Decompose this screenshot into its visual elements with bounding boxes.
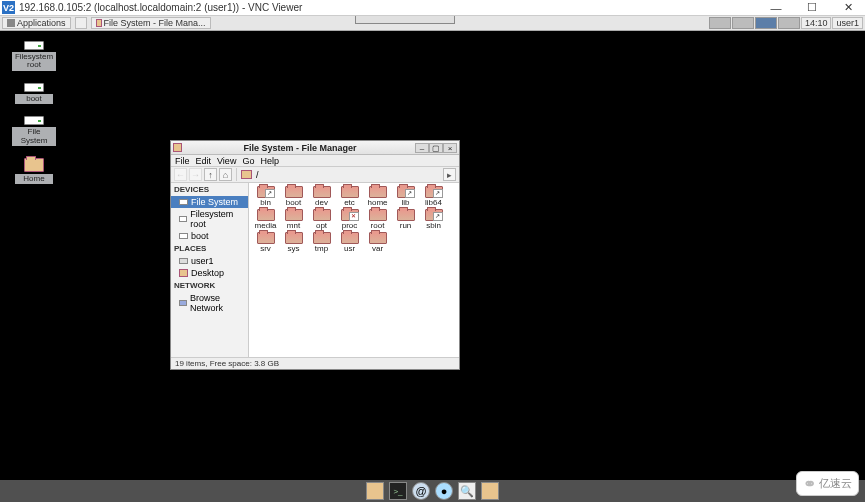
folder-label: media — [255, 222, 277, 230]
sidebar-item-fsroot[interactable]: Filesystem root — [171, 208, 248, 230]
folder-label: etc — [344, 199, 355, 207]
vnc-maximize-button[interactable]: ☐ — [801, 1, 823, 15]
folder-label: usr — [344, 245, 355, 253]
folder-item-srv[interactable]: srv — [252, 232, 279, 253]
fm-titlebar[interactable]: File System - File Manager – ▢ × — [171, 141, 459, 155]
workspace-2[interactable] — [732, 17, 754, 29]
disk-icon — [179, 216, 187, 222]
fm-menu-go[interactable]: Go — [242, 156, 254, 166]
folder-item-var[interactable]: var — [364, 232, 391, 253]
fm-forward-button[interactable]: → — [189, 168, 202, 181]
folder-icon — [397, 186, 415, 198]
remote-taskbar: Applications File System - File Mana... … — [0, 16, 865, 31]
folder-item-sbin[interactable]: sbin — [420, 209, 447, 230]
fm-content-area[interactable]: binbootdevetchomeliblib64mediamntoptproc… — [249, 183, 459, 357]
network-icon — [179, 300, 187, 306]
folder-item-bin[interactable]: bin — [252, 186, 279, 207]
taskbar-clock[interactable]: 14:10 — [801, 17, 832, 29]
taskbar-task-label: File System - File Mana... — [104, 18, 206, 28]
taskbar-user[interactable]: user1 — [832, 17, 863, 29]
taskbar-filemanager-task[interactable]: File System - File Mana... — [91, 17, 211, 29]
fm-home-button[interactable]: ⌂ — [219, 168, 232, 181]
folder-item-sys[interactable]: sys — [280, 232, 307, 253]
folder-item-tmp[interactable]: tmp — [308, 232, 335, 253]
workspace-3[interactable] — [755, 17, 777, 29]
folder-label: sys — [288, 245, 300, 253]
sidebar-item-boot[interactable]: boot — [171, 230, 248, 242]
fm-path-overflow-button[interactable]: ▸ — [443, 168, 456, 181]
fm-minimize-button[interactable]: – — [415, 143, 429, 153]
sidebar-item-filesystem[interactable]: File System — [171, 196, 248, 208]
folder-item-home[interactable]: home — [364, 186, 391, 207]
folder-item-opt[interactable]: opt — [308, 209, 335, 230]
desktop-icon-filesystem-root[interactable]: Filesystem root — [12, 41, 56, 71]
desktop-icon-boot[interactable]: boot — [12, 83, 56, 104]
file-manager-window: File System - File Manager – ▢ × File Ed… — [170, 140, 460, 370]
fm-sidebar: DEVICES File System Filesystem root boot… — [171, 183, 249, 357]
desktop-icon-home[interactable]: Home — [12, 158, 56, 184]
disk-icon — [179, 199, 188, 205]
fm-up-button[interactable]: ↑ — [204, 168, 217, 181]
workspace-1[interactable] — [709, 17, 731, 29]
fm-folder-grid: binbootdevetchomeliblib64mediamntoptproc… — [252, 186, 456, 253]
sidebar-label-desktop: Desktop — [191, 268, 224, 278]
vnc-minimize-button[interactable]: — — [765, 1, 787, 15]
folder-icon — [257, 186, 275, 198]
desktop-icon-label: Filesystem root — [12, 52, 56, 71]
folder-item-media[interactable]: media — [252, 209, 279, 230]
folder-label: root — [371, 222, 385, 230]
path-folder-icon[interactable] — [241, 170, 252, 179]
folder-icon — [24, 158, 44, 172]
vnc-close-button[interactable]: ✕ — [837, 1, 859, 15]
toolbar-separator — [236, 168, 237, 181]
folder-item-lib[interactable]: lib — [392, 186, 419, 207]
applications-label: Applications — [17, 18, 66, 28]
dock-item-term[interactable]: >_ — [389, 482, 407, 500]
dock-item-search[interactable]: 🔍 — [458, 482, 476, 500]
dock-item-globe[interactable]: ● — [435, 482, 453, 500]
vnc-logo-icon: V2 — [2, 1, 15, 14]
folder-item-dev[interactable]: dev — [308, 186, 335, 207]
applications-menu-button[interactable]: Applications — [2, 17, 71, 29]
show-desktop-button[interactable] — [75, 17, 87, 29]
taskbar-folder-icon — [96, 19, 102, 27]
home-icon — [179, 258, 188, 264]
workspace-4[interactable] — [778, 17, 800, 29]
folder-icon — [397, 209, 415, 221]
fm-menu-edit[interactable]: Edit — [196, 156, 212, 166]
fm-menu-view[interactable]: View — [217, 156, 236, 166]
folder-icon — [179, 269, 188, 277]
folder-item-boot[interactable]: boot — [280, 186, 307, 207]
desktop-icon-file-system[interactable]: File System — [12, 116, 56, 146]
fm-path[interactable]: / — [256, 170, 259, 180]
disk-icon — [179, 233, 188, 239]
fm-menu-file[interactable]: File — [175, 156, 190, 166]
dock-item-folder-2[interactable] — [481, 482, 499, 500]
vnc-capture-toolbar[interactable] — [355, 16, 455, 24]
folder-item-usr[interactable]: usr — [336, 232, 363, 253]
sidebar-item-desktop[interactable]: Desktop — [171, 267, 248, 279]
watermark: ⚭ 亿速云 — [796, 471, 859, 496]
folder-item-root[interactable]: root — [364, 209, 391, 230]
sidebar-item-browse-network[interactable]: Browse Network — [171, 292, 248, 314]
dock-item-folder[interactable] — [366, 482, 384, 500]
folder-label: bin — [260, 199, 271, 207]
folder-item-etc[interactable]: etc — [336, 186, 363, 207]
apps-icon — [7, 19, 15, 27]
fm-close-button[interactable]: × — [443, 143, 457, 153]
folder-item-lib64[interactable]: lib64 — [420, 186, 447, 207]
folder-label: mnt — [287, 222, 300, 230]
fm-maximize-button[interactable]: ▢ — [429, 143, 443, 153]
fm-menu-help[interactable]: Help — [260, 156, 279, 166]
folder-label: proc — [342, 222, 358, 230]
fm-status-bar: 19 items, Free space: 3.8 GB — [171, 357, 459, 369]
folder-item-run[interactable]: run — [392, 209, 419, 230]
folder-item-proc[interactable]: proc — [336, 209, 363, 230]
sidebar-item-user[interactable]: user1 — [171, 255, 248, 267]
folder-label: lib — [401, 199, 409, 207]
folder-icon — [285, 232, 303, 244]
fm-back-button[interactable]: ← — [174, 168, 187, 181]
dock-item-web[interactable]: @ — [412, 482, 430, 500]
sidebar-label-boot: boot — [191, 231, 209, 241]
folder-item-mnt[interactable]: mnt — [280, 209, 307, 230]
